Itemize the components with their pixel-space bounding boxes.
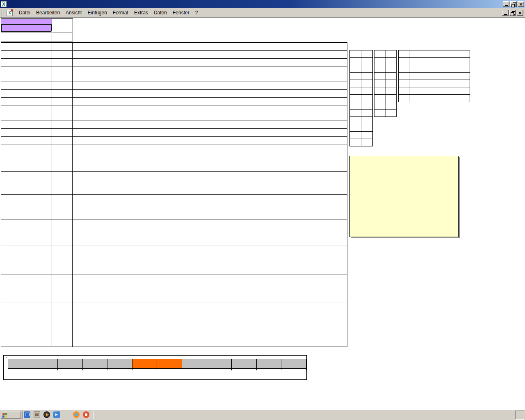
cell-standorte-code[interactable] — [52, 195, 73, 219]
menu-item-format[interactable]: Format — [110, 9, 131, 17]
cell-zeigereigenschaften-code[interactable] — [52, 219, 73, 246]
cell-name-code[interactable] — [52, 59, 73, 66]
cell-synonyme-text[interactable] — [73, 303, 347, 323]
firefox-icon[interactable] — [73, 411, 80, 418]
bundesland-status-cell[interactable] — [361, 117, 373, 124]
bundesland-status-cell[interactable] — [361, 110, 373, 117]
cell-häufigkeit-code[interactable] — [52, 105, 73, 113]
menu-item-extras[interactable]: Extras — [131, 9, 151, 17]
cell-seite-eföls-2008-code[interactable] — [52, 66, 73, 74]
cell-seite-eföls-2008-label[interactable] — [1, 66, 52, 74]
cell-zeigereigenschaften-text[interactable] — [73, 219, 347, 246]
cell-länder-label[interactable] — [1, 121, 52, 128]
bundesland-status-cell[interactable] — [361, 80, 373, 87]
cell-blühmonate-code[interactable] — [52, 98, 73, 105]
cell-zeigereigenschaften-label[interactable] — [1, 219, 52, 246]
region-code-cell[interactable] — [374, 58, 386, 65]
bundesland-code-cell[interactable] — [350, 110, 361, 117]
cell-anmerkungen2-code[interactable] — [52, 274, 73, 303]
bundesland-status-cell[interactable] — [361, 65, 373, 73]
menu-item-[interactable]: ? — [192, 9, 201, 17]
cell-taxon-text[interactable] — [73, 51, 347, 58]
bundesland-status-cell[interactable] — [361, 139, 373, 146]
region-status-cell[interactable] — [386, 87, 397, 95]
menu-item-daten[interactable]: Daten — [151, 9, 170, 17]
cell-anmerkungen1-code[interactable] — [52, 246, 73, 274]
cell-synonyme-label[interactable] — [1, 303, 52, 323]
cell-lebensdauer-label[interactable] — [1, 82, 52, 89]
cell-ixn-header[interactable] — [52, 19, 73, 24]
bundesland-status-cell[interactable] — [361, 124, 373, 132]
bundesland-status-cell[interactable] — [361, 73, 373, 80]
region-code-cell[interactable] — [374, 87, 386, 95]
bundesland-code-cell[interactable] — [350, 124, 361, 132]
cell-ix-header[interactable] — [1, 19, 52, 24]
cell-lebenformentyp-text[interactable] — [73, 90, 347, 97]
cell-ix-ref-value[interactable] — [52, 33, 73, 41]
region-status-cell[interactable] — [386, 110, 397, 117]
menu-item-datei[interactable]: Datei — [16, 9, 33, 17]
bundesland-code-cell[interactable] — [350, 95, 361, 102]
cell-naturschutz-text[interactable] — [73, 144, 347, 152]
menu-item-ansicht[interactable]: Ansicht — [63, 9, 84, 17]
bundesland-status-cell[interactable] — [361, 132, 373, 139]
cell-volksnamen-text[interactable] — [73, 323, 347, 347]
cell-familie-code[interactable] — [52, 43, 73, 50]
menu-item-einfügen[interactable]: Einfügen — [84, 9, 110, 17]
cell-länder-text[interactable] — [73, 121, 347, 128]
cell-verbreitung-text[interactable] — [73, 152, 347, 171]
cell-lebenformentyp-label[interactable] — [1, 90, 52, 97]
cell-seite-eföls-2008-text[interactable] — [73, 66, 347, 74]
cell-taxon-code[interactable] — [52, 51, 73, 58]
cell-standorte-text[interactable] — [73, 195, 347, 219]
cell-anmerkungen1-text[interactable] — [73, 246, 347, 274]
cell-volksnamen-label[interactable] — [1, 323, 52, 347]
region-code-cell[interactable] — [374, 102, 386, 110]
cell-anmerkungen2-text[interactable] — [73, 274, 347, 303]
cell-höhenverbreitung-text[interactable] — [73, 113, 347, 121]
toolbar-grip[interactable] — [1, 9, 2, 16]
restore-button[interactable] — [510, 1, 517, 7]
cell-status-österreich-label[interactable] — [1, 137, 52, 144]
cell-ethnobot-angaben-text[interactable] — [73, 172, 347, 194]
cell-gefährdungsstufe-label[interactable] — [1, 129, 52, 136]
menu-item-fenster[interactable]: Fenster — [170, 9, 192, 17]
region-status-cell[interactable] — [386, 102, 397, 110]
bundesland-code-cell[interactable] — [350, 87, 361, 95]
doc-minimize-button[interactable] — [502, 10, 509, 16]
cell-name-label[interactable] — [1, 59, 52, 66]
cell-naturschutz-code[interactable] — [52, 144, 73, 152]
doc-restore-button[interactable] — [509, 10, 516, 16]
minimize-button[interactable] — [503, 1, 509, 7]
cell-blühmonate-label[interactable] — [1, 98, 52, 105]
cell-gefährdungsstufe-code[interactable] — [52, 129, 73, 136]
toolbar-grip-2[interactable] — [3, 9, 4, 16]
media-player-icon[interactable] — [43, 411, 50, 418]
cell-volksnamen-code[interactable] — [52, 323, 73, 347]
cell-verbreitung-code[interactable] — [52, 152, 73, 171]
menu-item-bearbeiten[interactable]: Bearbeiten — [33, 9, 63, 17]
region-code-cell[interactable] — [374, 65, 386, 73]
cell-ethnobot-angaben-code[interactable] — [52, 172, 73, 194]
cell-länder-code[interactable] — [52, 121, 73, 128]
cell-ethnobot-angaben-label[interactable] — [1, 172, 52, 194]
cell-häufigkeit-text[interactable] — [73, 105, 347, 113]
region-status-cell[interactable] — [386, 80, 397, 87]
bundesland-code-cell[interactable] — [350, 65, 361, 73]
bundesland-code-cell[interactable] — [350, 58, 361, 65]
region-status-cell[interactable] — [386, 73, 397, 80]
workbook-icon[interactable]: X — [7, 10, 13, 16]
show-desktop-icon[interactable] — [24, 411, 30, 418]
cell-häufigkeit-label[interactable] — [1, 105, 52, 113]
region-status-cell[interactable] — [386, 65, 397, 73]
cell-ix-ref-label[interactable] — [1, 33, 52, 41]
cell-verbreitung-label[interactable] — [1, 152, 52, 171]
bundesland-status-cell[interactable] — [361, 50, 373, 58]
region-status-cell[interactable] — [386, 50, 397, 58]
explorer-icon[interactable] — [53, 411, 60, 418]
cell-ixn-value[interactable] — [52, 24, 73, 32]
bundesland-code-cell[interactable] — [350, 73, 361, 80]
cell-wuchshöhe-text[interactable] — [73, 74, 347, 82]
cell-standorte-label[interactable] — [1, 195, 52, 219]
region-status-cell[interactable] — [386, 58, 397, 65]
